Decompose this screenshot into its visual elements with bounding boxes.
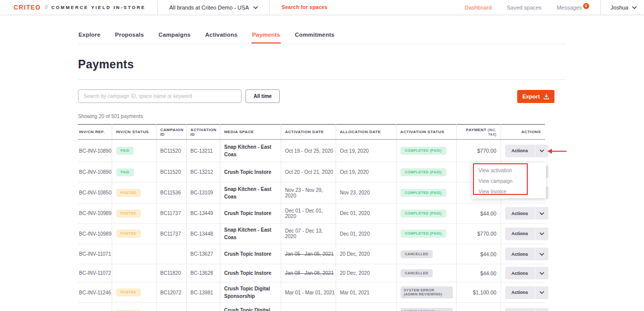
tab-commitments[interactable]: Commitments <box>294 28 335 44</box>
cell-inv-ref: BC-INV-11246 <box>78 282 112 303</box>
menu-item-view-campaign[interactable]: View campaign <box>472 176 546 186</box>
status-badge: COMPLETED (PAID) <box>400 147 446 155</box>
cell-inv-ref: BC-INV-10989 <box>78 224 112 244</box>
menu-item-view-invoice[interactable]: View invoice <box>472 186 546 197</box>
actions-button[interactable]: Actions <box>505 286 548 299</box>
chevron-down-icon[interactable] <box>535 308 548 311</box>
cell-allocation-date: Dec 01, 2020 <box>336 224 396 244</box>
cell-media-space: Snap Kitchen - East Coas <box>220 140 281 162</box>
cell-activation-date: Mar 01 - Mar 01, 2021 <box>285 290 335 295</box>
chevron-down-icon[interactable] <box>535 207 548 220</box>
cell-activation-id: BC-13981 <box>186 282 220 303</box>
export-button-label: Export <box>522 93 540 99</box>
search-input[interactable] <box>78 89 242 103</box>
col-payment: PAYMENT (INC. TAX) <box>456 125 501 140</box>
actions-button[interactable]: Actions <box>505 145 548 157</box>
cell-media-space: Crush Topic Digital Sponsorship <box>220 303 281 311</box>
cell-campaign-id: BC12072 <box>156 282 186 303</box>
cell-inv-ref: BC-INV-10989 <box>78 203 112 224</box>
divider <box>78 79 566 80</box>
cell-allocation-date: 20 Dec, 2020 <box>336 244 396 264</box>
status-badge: COMPLETED (PAID) <box>400 168 446 176</box>
logo-separator: // <box>45 5 48 10</box>
cell-activation-date: Oct 19 - Oct 25, 2020 <box>285 148 334 154</box>
cell-payment: $770.00 <box>456 224 501 244</box>
cell-activation-id: BC-13109 <box>186 182 220 203</box>
col-inv-status: INV/CN STATUS <box>112 125 156 140</box>
table-row: BC-INV-11072 BC11820 BC-13628 Crush Topi… <box>78 264 545 282</box>
cell-activation-id: BC-13449 <box>186 203 220 224</box>
cell-activation-id <box>186 303 220 311</box>
col-allocation-date: ALLOCATION DATE <box>336 125 396 140</box>
table-row: BC-INV-10989 POSTED BC11737 BC-13449 Cru… <box>78 203 545 224</box>
search-for-spaces-link[interactable]: Search for spaces <box>270 5 340 10</box>
cell-inv-ref <box>78 303 112 311</box>
cell-campaign-id: BC11737 <box>156 203 186 224</box>
results-count: Showing 20 of 501 payments <box>78 114 566 119</box>
tab-payments[interactable]: Payments <box>252 28 281 44</box>
dashboard-link[interactable]: Dashboard <box>464 5 492 11</box>
tab-proposals[interactable]: Proposals <box>115 28 144 44</box>
user-name: Joshua <box>611 5 628 11</box>
col-activation-id: ACTIVATION ID <box>186 125 220 140</box>
col-media-space: MEDIA SPACE <box>220 125 281 140</box>
cell-media-space: Crush Topic Instore <box>220 203 281 224</box>
actions-button[interactable]: Actions <box>505 228 548 240</box>
table-row: BC-INV-11246 POSTED BC12072 BC-13981 Cru… <box>78 282 545 303</box>
cell-payment: $44.00 <box>456 264 501 282</box>
cell-activation-id: BC-13211 <box>186 140 220 162</box>
cell-allocation-date <box>336 303 396 311</box>
status-badge: PAID <box>116 168 134 176</box>
cell-campaign-id: BC11520 <box>156 140 186 162</box>
chevron-down-icon[interactable] <box>535 248 548 260</box>
cell-activation-date: Dec 01 - Dec 01, 2020 <box>285 208 323 219</box>
col-actions: ACTIONS <box>501 125 545 140</box>
chevron-down-icon[interactable] <box>535 145 548 157</box>
user-menu[interactable]: Joshua <box>601 5 637 11</box>
chevron-down-icon[interactable] <box>535 267 548 279</box>
menu-item-view-activation[interactable]: View activation <box>472 165 546 176</box>
tab-campaigns[interactable]: Campaigns <box>158 28 191 44</box>
product-name: COMMERCE YIELD IN-STORE <box>51 5 145 10</box>
tab-explore[interactable]: Explore <box>78 28 101 44</box>
table-row: POSTED Crush Topic Digital Sponsorship S… <box>78 303 545 311</box>
tab-activations[interactable]: Activations <box>205 28 238 44</box>
cell-allocation-date: Dec 01, 2020 <box>336 203 396 224</box>
cell-payment: $770.00 <box>456 140 501 162</box>
actions-button[interactable]: Actions <box>505 267 548 279</box>
annotation-arrow <box>547 147 568 156</box>
cell-payment: $1,100.00 <box>456 282 501 303</box>
cell-campaign-id: BC11737 <box>156 224 186 244</box>
criteo-logo: CRITEO <box>14 4 41 11</box>
cell-activation-date: Oct 20 - Oct 21, 2020 <box>285 169 334 175</box>
status-badge: COMPLETED (PAID) <box>400 230 446 238</box>
actions-button[interactable]: Actions <box>505 248 548 260</box>
actions-button[interactable]: Actions <box>505 207 548 220</box>
cell-media-space: Snap Kitchen - East Coas <box>220 224 281 244</box>
payments-table: INV/CN REF. INV/CN STATUS CAMPAIGN ID AC… <box>78 124 545 311</box>
chevron-down-icon[interactable] <box>535 286 548 299</box>
cell-inv-ref: BC-INV-11072 <box>78 264 112 282</box>
brand-selector[interactable]: All brands at Criteo Demo - USA <box>158 0 269 15</box>
cell-media-space: Crush Topic Instore <box>220 162 281 182</box>
saved-spaces-link[interactable]: Saved spaces <box>507 5 541 11</box>
cell-inv-ref: BC-INV-10890 <box>78 162 112 182</box>
messages-link[interactable]: Messages 3 <box>556 5 589 11</box>
section-tabs: Explore Proposals Campaigns Activations … <box>78 28 566 44</box>
cell-campaign-id: BC11520 <box>156 162 186 182</box>
status-badge: CANCELLED <box>400 250 433 258</box>
table-header-row: INV/CN REF. INV/CN STATUS CAMPAIGN ID AC… <box>78 125 545 140</box>
page-title: Payments <box>78 58 566 71</box>
chevron-down-icon[interactable] <box>535 228 548 240</box>
cell-media-space: Crush Topic Instore <box>220 264 281 282</box>
status-badge: CANCELLED <box>400 269 433 277</box>
table-row: BC-INV-10989 POSTED BC11737 BC-13448 Sna… <box>78 224 545 244</box>
download-icon <box>543 93 549 99</box>
time-filter-button[interactable]: All time <box>246 89 280 103</box>
export-button[interactable]: Export <box>517 90 554 103</box>
cell-campaign-id <box>156 303 186 311</box>
table-row: BC-INV-10890 PAID BC11520 BC-13211 Snap … <box>78 140 545 162</box>
status-badge: POSTED <box>116 288 141 296</box>
cell-allocation-date: Oct 19, 2020 <box>336 162 396 182</box>
actions-button[interactable]: Actions <box>505 308 548 311</box>
